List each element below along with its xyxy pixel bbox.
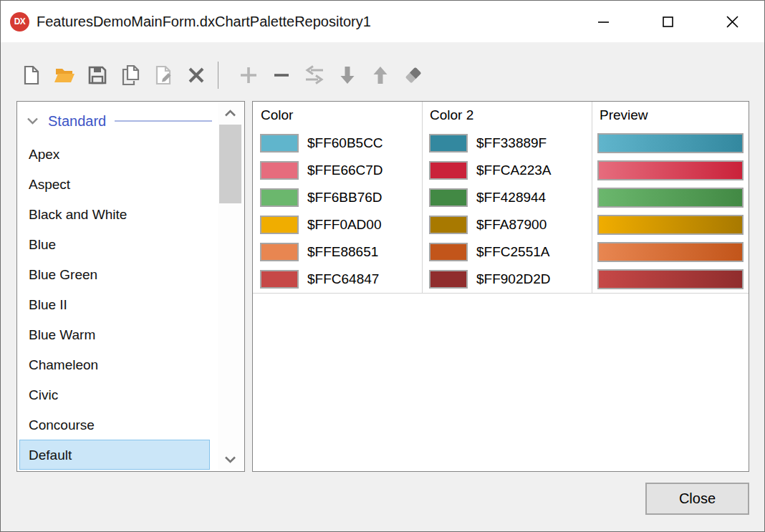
minimize-button[interactable] [571, 1, 635, 42]
color1-value: $FFC64847 [307, 271, 379, 287]
list-item[interactable]: Concourse [19, 410, 210, 440]
edit-button[interactable] [152, 64, 175, 87]
remove-button[interactable] [270, 64, 293, 87]
new-button[interactable] [20, 64, 43, 87]
scroll-down-icon [224, 455, 236, 464]
color1-value: $FFE88651 [307, 244, 378, 260]
color2-cell: $FF33889F [422, 130, 592, 157]
list-item[interactable]: Blue Green [19, 259, 210, 289]
color2-cell: $FF428944 [422, 184, 592, 211]
toolbar-separator [218, 62, 218, 89]
table-row[interactable]: $FFE66C7D $FFCA223A [253, 157, 749, 184]
list-item-label: Aspect [29, 177, 70, 192]
color1-swatch [260, 161, 299, 180]
color2-value: $FFA87900 [476, 217, 547, 233]
list-item-label: Chameleon [29, 357, 98, 372]
color2-cell: $FFCA223A [422, 157, 592, 184]
color1-swatch [260, 216, 299, 234]
color2-swatch [429, 270, 468, 289]
grid-bottom-line [253, 293, 749, 294]
chevron-down-icon [27, 117, 39, 125]
add-button[interactable] [237, 64, 260, 87]
preview-bar [597, 215, 744, 235]
column-header-color2[interactable]: Color 2 [422, 102, 592, 130]
color1-cell: $FFE66C7D [253, 157, 422, 184]
arrow-down-icon [337, 64, 358, 86]
close-icon [726, 15, 739, 29]
save-button[interactable] [86, 64, 109, 87]
move-up-button[interactable] [369, 64, 392, 87]
window-title: FeaturesDemoMainForm.dxChartPaletteRepos… [37, 14, 371, 30]
preview-bar [597, 188, 744, 208]
color2-value: $FF902D2D [476, 271, 551, 287]
minus-icon [271, 64, 292, 86]
column-header-color[interactable]: Color [253, 102, 422, 130]
arrow-up-icon [370, 64, 391, 86]
preview-cell [592, 130, 749, 157]
color2-swatch [429, 216, 468, 234]
preview-cell [592, 266, 749, 293]
list-item[interactable]: Blue [19, 229, 210, 259]
list-item[interactable]: Default [19, 440, 210, 470]
save-icon [87, 64, 108, 86]
list-item[interactable]: Civic [19, 379, 210, 410]
swap-button[interactable] [303, 64, 326, 87]
color1-value: $FFF0AD00 [307, 217, 381, 233]
list-item[interactable]: Aspect [19, 169, 210, 199]
copy-button[interactable] [119, 64, 142, 87]
list-item[interactable]: Black and White [19, 199, 210, 229]
preview-bar [597, 133, 744, 153]
table-row[interactable]: $FFC64847 $FF902D2D [253, 266, 749, 293]
color2-cell: $FF902D2D [422, 266, 592, 293]
list-item-label: Blue II [29, 297, 67, 312]
color1-swatch [260, 243, 299, 261]
color1-value: $FF6BB76D [307, 190, 382, 205]
table-row[interactable]: $FF6BB76D $FF428944 [253, 184, 749, 211]
move-down-button[interactable] [336, 64, 359, 87]
maximize-button[interactable] [635, 1, 700, 42]
erase-button[interactable] [402, 64, 425, 87]
list-item-label: Default [29, 448, 72, 463]
list-item[interactable]: Blue II [19, 289, 210, 319]
list-item[interactable]: Blue Warm [19, 319, 210, 349]
list-item-label: Apex [29, 147, 59, 162]
table-row[interactable]: $FFE88651 $FFC2551A [253, 238, 749, 266]
group-header-standard[interactable]: Standard [17, 102, 244, 137]
list-item-label: Blue Warm [29, 327, 95, 342]
close-window-button[interactable] [700, 1, 764, 42]
color1-swatch [260, 270, 299, 289]
list-item-label: Concourse [29, 417, 95, 432]
color2-swatch [429, 161, 468, 180]
scroll-down-button[interactable] [218, 451, 243, 468]
open-button[interactable] [53, 64, 76, 87]
preview-cell [592, 238, 749, 266]
table-row[interactable]: $FFF0AD00 $FFA87900 [253, 211, 749, 238]
toolbar [1, 58, 435, 92]
color2-cell: $FFC2551A [422, 238, 592, 266]
scrollbar-thumb[interactable] [219, 125, 241, 203]
list-item-label: Civic [29, 387, 58, 402]
list-item-label: Blue [29, 237, 56, 252]
copy-icon [120, 64, 141, 86]
titlebar: DX FeaturesDemoMainForm.dxChartPaletteRe… [1, 1, 764, 42]
palette-list: Apex Aspect Black and White Blue Blue Gr… [19, 139, 210, 470]
preview-cell [592, 211, 749, 238]
open-folder-icon [54, 64, 75, 86]
list-item[interactable]: Apex [19, 139, 210, 169]
list-scrollbar[interactable] [218, 103, 243, 470]
color2-value: $FFCA223A [476, 163, 552, 178]
color2-value: $FF428944 [476, 190, 546, 205]
column-header-preview[interactable]: Preview [592, 102, 749, 130]
color1-cell: $FF6BB76D [253, 184, 422, 211]
table-row[interactable]: $FF60B5CC $FF33889F [253, 130, 749, 157]
color2-swatch [429, 134, 468, 153]
delete-button[interactable] [185, 64, 208, 87]
preview-bar [597, 269, 744, 289]
scroll-up-button[interactable] [218, 105, 243, 122]
preview-bar [597, 160, 744, 180]
close-button[interactable]: Close [645, 483, 749, 515]
color1-cell: $FFC64847 [253, 266, 422, 293]
color2-swatch [429, 188, 468, 207]
color1-cell: $FF60B5CC [253, 130, 422, 157]
list-item[interactable]: Chameleon [19, 349, 210, 379]
